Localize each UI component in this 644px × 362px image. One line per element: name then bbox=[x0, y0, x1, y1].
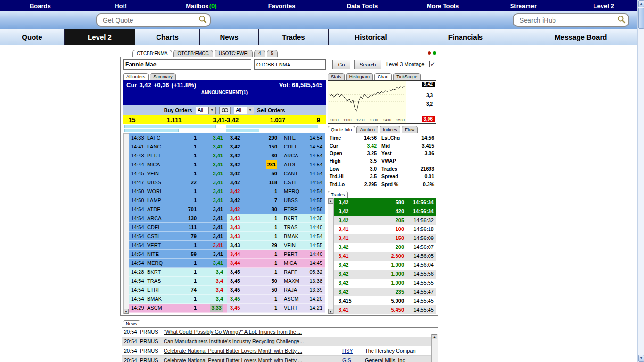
main-tab-financials[interactable]: Financials bbox=[413, 29, 518, 45]
bid-row[interactable]: 14:50LAMP13,41 bbox=[129, 196, 227, 205]
bid-row[interactable]: 14:54BMAK13,4 bbox=[129, 295, 227, 304]
ask-row[interactable]: 3,441MICA14:45 bbox=[227, 259, 325, 268]
ask-row[interactable]: 3,451VERT14:21 bbox=[227, 304, 325, 313]
topnav-item-hot[interactable]: Hot! bbox=[81, 0, 161, 11]
bid-row[interactable]: 14:28BKRT13,4 bbox=[129, 268, 227, 277]
announcement-link[interactable]: ANNOUNCEMENT(1) bbox=[123, 90, 326, 95]
go-button[interactable]: Go bbox=[332, 60, 350, 69]
scroll-down-icon[interactable]: ▼ bbox=[328, 309, 333, 314]
level3-montage-checkbox[interactable]: ✓ bbox=[429, 61, 436, 67]
chart-tab-histogram[interactable]: Histogram bbox=[346, 73, 373, 80]
bid-row[interactable]: 14:41FANC13,41 bbox=[129, 142, 227, 151]
get-quote-input[interactable] bbox=[102, 16, 198, 25]
info-tab-indices[interactable]: Indices bbox=[380, 126, 400, 133]
news-headline-link[interactable]: Can Manufacturers Institute's Industry R… bbox=[164, 337, 334, 346]
ask-row[interactable]: 3,451ASCM14:20 bbox=[227, 295, 325, 304]
info-tab-quote-info[interactable]: Quote Info bbox=[328, 126, 355, 133]
bid-row[interactable]: 14:47UBSS223,41 bbox=[129, 178, 227, 187]
bid-row[interactable]: 14:54ETRF743,4 bbox=[129, 286, 227, 295]
trade-row[interactable]: 3,421.00014:55:56 bbox=[334, 270, 436, 279]
main-tab-quote[interactable]: Quote bbox=[0, 29, 65, 45]
symbol-tab-4[interactable]: 4 bbox=[254, 50, 265, 57]
chevron-down-icon[interactable]: ▼ bbox=[208, 107, 215, 114]
scroll-down-icon[interactable]: ▼ bbox=[124, 309, 129, 314]
chart-tab-tickscope[interactable]: TickScope bbox=[393, 73, 421, 80]
ask-row[interactable]: 3,4550MAXM13:38 bbox=[227, 277, 325, 286]
bid-row[interactable]: 14:54ATDF7013,41 bbox=[129, 205, 227, 214]
bid-row[interactable]: 14:54CDEL1113,41 bbox=[129, 223, 227, 232]
main-tab-trades[interactable]: Trades bbox=[259, 29, 329, 45]
search-ihub-input[interactable] bbox=[519, 16, 617, 25]
topnav-item-data-tools[interactable]: Data Tools bbox=[322, 0, 403, 11]
trade-row[interactable]: 3,4220514:56:32 bbox=[334, 216, 436, 225]
ask-row[interactable]: 3,4280ETRF14:56 bbox=[227, 205, 325, 214]
ask-row[interactable]: 3,42150CDEL14:54 bbox=[227, 142, 325, 151]
ask-row[interactable]: 3,4260ARCA14:54 bbox=[227, 151, 325, 160]
search-icon[interactable] bbox=[617, 15, 626, 25]
trade-row[interactable]: 3,4110014:56:18 bbox=[334, 225, 436, 234]
main-tab-historical[interactable]: Historical bbox=[329, 29, 413, 45]
symbol-tab-5[interactable]: 5 bbox=[267, 50, 278, 57]
ask-row[interactable]: 3,42290NITE14:54 bbox=[227, 133, 325, 142]
ask-row[interactable]: 3,427UBSS14:55 bbox=[227, 196, 325, 205]
scroll-down-icon[interactable]: ▼ bbox=[638, 355, 644, 362]
bid-row[interactable]: 14:50WORL13,41 bbox=[129, 187, 227, 196]
ask-row[interactable]: 3,441PERT14:40 bbox=[227, 250, 325, 259]
symbol-tab-otcbb-fnma[interactable]: OTCBB:FNMA bbox=[132, 50, 172, 57]
chart-tab-chart[interactable]: Chart bbox=[374, 73, 392, 80]
topnav-item-mailbox[interactable]: Mailbox(0) bbox=[161, 0, 242, 11]
main-tab-charts[interactable]: Charts bbox=[135, 29, 200, 45]
trade-row[interactable]: 3,4258014:56:34 bbox=[334, 198, 436, 207]
view-tab-all-orders[interactable]: All orders bbox=[123, 73, 149, 80]
chevron-down-icon[interactable]: ▼ bbox=[247, 107, 254, 114]
bid-row[interactable]: 14:54CSTI793,41 bbox=[129, 232, 227, 241]
view-tab-summary[interactable]: Summary bbox=[150, 73, 176, 80]
search-icon[interactable] bbox=[198, 15, 207, 25]
topnav-item-favorites[interactable]: Favorites bbox=[241, 0, 322, 11]
ask-row[interactable]: 3,42281ATDF14:54 bbox=[227, 160, 325, 169]
news-scrollbar[interactable]: ▲ bbox=[431, 334, 438, 362]
scrollbar-thumb[interactable] bbox=[638, 8, 644, 29]
ask-row[interactable]: 3,421MERQ14:54 bbox=[227, 187, 325, 196]
symbol-tab-otcbb-fmcc[interactable]: OTCBB:FMCC bbox=[173, 50, 213, 57]
ask-row[interactable]: 3,4550RAJA13:39 bbox=[227, 286, 325, 295]
bid-row[interactable]: 14:33LAFC13,41 bbox=[129, 133, 227, 142]
trade-row[interactable]: 3,421.00014:56:04 bbox=[334, 261, 436, 270]
trade-row[interactable]: 3,412.60014:56:05 bbox=[334, 252, 436, 261]
ask-row[interactable]: 3,431TRAS14:40 bbox=[227, 223, 325, 232]
sell-orders-filter-select[interactable]: All ▼ bbox=[234, 107, 254, 114]
info-tab-flow[interactable]: Flow bbox=[402, 126, 418, 133]
news-headline-link[interactable]: Celebrate National Peanut Butter Lovers … bbox=[164, 346, 334, 355]
security-name-input[interactable] bbox=[123, 59, 251, 70]
trade-row[interactable]: 3,4242014:56:34 bbox=[334, 207, 436, 216]
bid-row[interactable]: 14:45VFIN13,41 bbox=[129, 169, 227, 178]
symbol-tab-usotc-pwei[interactable]: USOTC:PWEI bbox=[215, 50, 253, 57]
ask-row[interactable]: 3,451RAFF05:32 bbox=[227, 268, 325, 277]
main-tab-message-board[interactable]: Message Board bbox=[518, 29, 644, 45]
bid-row[interactable]: 14:54TRAS13,4 bbox=[129, 277, 227, 286]
bid-row[interactable]: 14:54NITE593,41 bbox=[129, 250, 227, 259]
trade-row[interactable]: 3,4115014:56:09 bbox=[334, 234, 436, 243]
info-tab-auction[interactable]: Auction bbox=[356, 126, 378, 133]
news-symbol-link[interactable]: GIS bbox=[334, 356, 360, 362]
search-ihub-box[interactable] bbox=[513, 13, 629, 27]
link-filters-icon[interactable] bbox=[219, 107, 231, 114]
scroll-up-icon[interactable]: ▲ bbox=[328, 198, 333, 204]
get-quote-box[interactable] bbox=[96, 13, 211, 27]
trades-scrollbar[interactable]: ▲ ▼ bbox=[328, 198, 334, 314]
trade-row[interactable]: 3,421.00014:55:55 bbox=[334, 279, 436, 288]
ask-row[interactable]: 3,42118CSTI14:54 bbox=[227, 178, 325, 187]
ask-row[interactable]: 3,431BMAK14:54 bbox=[227, 232, 325, 241]
news-headline-link[interactable]: Celebrate National Peanut Butter Lovers … bbox=[164, 356, 334, 362]
tab-trades[interactable]: Trades bbox=[328, 191, 348, 198]
trade-row[interactable]: 3,4220014:56:07 bbox=[334, 243, 436, 252]
scroll-up-icon[interactable]: ▲ bbox=[432, 334, 437, 339]
ask-row[interactable]: 3,4250CANT14:54 bbox=[227, 169, 325, 178]
topnav-item-streamer[interactable]: Streamer bbox=[483, 0, 564, 11]
topnav-item-more-tools[interactable]: More Tools bbox=[403, 0, 483, 11]
trade-row[interactable]: 3,415.45014:55:45 bbox=[334, 305, 436, 314]
news-headline-link[interactable]: "What Could Possibly Go Wrong?" A Lot. I… bbox=[164, 328, 334, 337]
topnav-item-level-2[interactable]: Level 2 bbox=[563, 0, 644, 11]
buy-orders-filter-select[interactable]: All ▼ bbox=[196, 107, 216, 114]
bid-row[interactable]: 14:54ARCA1303,41 bbox=[129, 214, 227, 223]
